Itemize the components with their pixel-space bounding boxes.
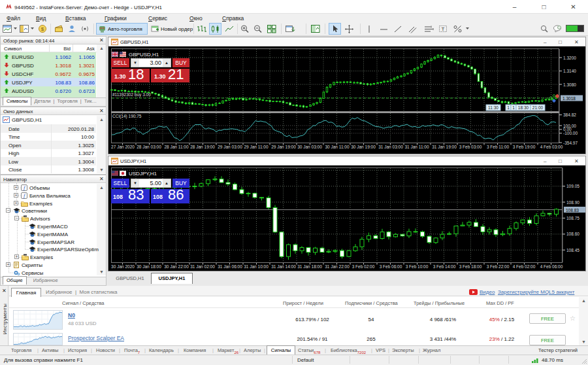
svg-text:1.3080: 1.3080 bbox=[563, 82, 576, 87]
svg-text:28 Jan 11:00: 28 Jan 11:00 bbox=[164, 145, 188, 149]
svg-text:29 Jan 11:00: 29 Jan 11:00 bbox=[244, 145, 268, 149]
svg-text:31 Jan 06:00: 31 Jan 06:00 bbox=[218, 264, 242, 269]
svg-text:27 Jan 2020: 27 Jan 2020 bbox=[111, 145, 135, 149]
svg-text:108.60: 108.60 bbox=[566, 232, 580, 236]
svg-text:31 Jan 18:00: 31 Jan 18:00 bbox=[297, 264, 322, 269]
svg-text:109.05: 109.05 bbox=[566, 184, 580, 188]
svg-text:1: 1 bbox=[512, 105, 515, 110]
svg-text:4 Feb 06:00: 4 Feb 06:00 bbox=[540, 264, 563, 269]
svg-text:4 Feb 03:00: 4 Feb 03:00 bbox=[540, 145, 563, 149]
svg-text:28 Jan 19:00: 28 Jan 19:00 bbox=[190, 145, 215, 149]
svg-text:CCI(14) 190.75: CCI(14) 190.75 bbox=[112, 114, 142, 119]
svg-text:21:00: 21:00 bbox=[532, 105, 544, 110]
svg-text:11:30: 11:30 bbox=[488, 105, 498, 110]
svg-text:4 Feb 02:00: 4 Feb 02:00 bbox=[513, 264, 536, 269]
svg-text:28 Jan 03:00: 28 Jan 03:00 bbox=[137, 145, 161, 149]
svg-text:30 Jan 03:00: 30 Jan 03:00 bbox=[297, 145, 322, 149]
svg-text:1.3140: 1.3140 bbox=[563, 69, 576, 73]
svg-text:31 Jan 02:00: 31 Jan 02:00 bbox=[190, 264, 215, 269]
svg-text:3 Feb 19:00: 3 Feb 19:00 bbox=[513, 145, 536, 149]
svg-text:30 Jan 22:00: 30 Jan 22:00 bbox=[164, 264, 189, 269]
svg-text:29 Jan 03:00: 29 Jan 03:00 bbox=[218, 145, 242, 149]
svg-text:3 Feb 14:00: 3 Feb 14:00 bbox=[433, 264, 456, 269]
svg-text:30 Jan 11:00: 30 Jan 11:00 bbox=[325, 145, 349, 149]
svg-text:3 Feb 18:00: 3 Feb 18:00 bbox=[459, 264, 482, 269]
svg-text:30 Jan 2020: 30 Jan 2020 bbox=[111, 264, 135, 269]
svg-text:108.90: 108.90 bbox=[566, 200, 580, 205]
svg-text:3 Feb 10:00: 3 Feb 10:00 bbox=[406, 264, 429, 269]
svg-text:1.3200: 1.3200 bbox=[563, 56, 576, 60]
svg-text:3 Feb 22:00: 3 Feb 22:00 bbox=[487, 264, 510, 269]
svg-text:31 Jan 03:00: 31 Jan 03:00 bbox=[378, 145, 403, 149]
svg-text:3 Feb 06:00: 3 Feb 06:00 bbox=[380, 264, 402, 269]
svg-text:108.75: 108.75 bbox=[566, 216, 580, 220]
svg-text:31 Jan 19:00: 31 Jan 19:00 bbox=[432, 145, 457, 149]
svg-text:29 Jan 19:00: 29 Jan 19:00 bbox=[271, 145, 296, 149]
svg-text:-354.97: -354.97 bbox=[563, 141, 578, 145]
svg-text:#11392302 buy 3.00: #11392302 buy 3.00 bbox=[112, 92, 151, 97]
svg-text:30 Jan 18:00: 30 Jan 18:00 bbox=[137, 264, 161, 269]
svg-text:384.82: 384.82 bbox=[563, 113, 576, 117]
svg-text:3 Feb 02:00: 3 Feb 02:00 bbox=[352, 264, 375, 269]
svg-text:3 Feb 11:00: 3 Feb 11:00 bbox=[487, 145, 510, 149]
svg-text:31 Jan 22:00: 31 Jan 22:00 bbox=[325, 264, 350, 269]
svg-text:$: $ bbox=[41, 26, 44, 32]
svg-text:31 Jan 11:00: 31 Jan 11:00 bbox=[404, 145, 429, 149]
svg-text:T: T bbox=[442, 26, 445, 32]
svg-text:31 Jan 10:00: 31 Jan 10:00 bbox=[244, 264, 269, 269]
svg-text:18:30: 18:30 bbox=[518, 105, 529, 110]
svg-text:3 Feb 03:00: 3 Feb 03:00 bbox=[459, 145, 482, 149]
svg-text:108.83: 108.83 bbox=[566, 208, 579, 213]
svg-text:30 Jan 19:00: 30 Jan 19:00 bbox=[351, 145, 376, 149]
svg-text:108.45: 108.45 bbox=[566, 248, 580, 252]
svg-text:-100.00: -100.00 bbox=[563, 131, 578, 135]
svg-text:31 Jan 14:00: 31 Jan 14:00 bbox=[271, 264, 296, 269]
svg-text:1.3018: 1.3018 bbox=[563, 96, 576, 101]
svg-text:1: 1 bbox=[507, 105, 510, 110]
